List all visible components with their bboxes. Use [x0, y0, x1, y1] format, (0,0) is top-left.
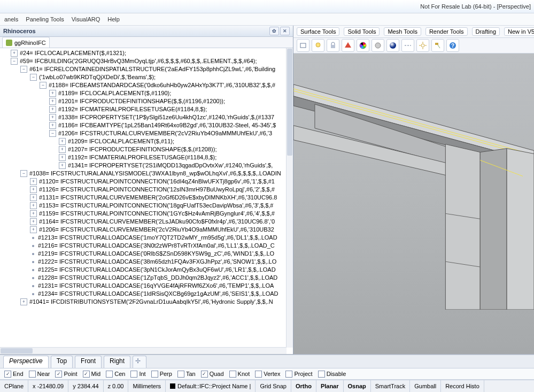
tree-row[interactable]: +#24= IFCLOCALPLACEMENT($,#1321); [1, 49, 287, 57]
linetype-icon[interactable] [401, 39, 414, 52]
toolbar-icons[interactable]: ? [293, 38, 534, 53]
collapse-icon[interactable]: − [40, 82, 47, 89]
tooltab-render-tools[interactable]: Render Tools [425, 27, 468, 36]
tree-row[interactable]: #1225= IFCSTRUCTURALLOADCASE('3pN1CkJorA… [1, 266, 287, 274]
collapse-icon[interactable]: − [20, 170, 27, 177]
color-wheel-icon[interactable] [357, 39, 369, 52]
osnap-cen[interactable]: Cen [106, 371, 125, 378]
expand-icon[interactable]: + [30, 186, 37, 193]
tree-row[interactable]: −#1188= IFCBEAMSTANDARDCASE('0dko6uhHb0y… [1, 81, 287, 89]
tooltab-solid-tools[interactable]: Solid Tools [344, 27, 380, 36]
osnap-near[interactable]: Near [29, 371, 50, 378]
tooltab-surface-tools[interactable]: Surface Tools [297, 27, 339, 36]
expand-icon[interactable]: + [30, 218, 37, 225]
palette-red-icon[interactable] [342, 39, 354, 52]
tree-row[interactable]: #1219= IFCSTRUCTURALLOADCASE('0RlbS$ZSnD… [1, 250, 287, 258]
tree-row[interactable]: +#1206= IFCSTRUCTURALCURVEMEMBER('2cV2Ri… [1, 226, 287, 234]
tree-row[interactable]: +#1189= IFCLOCALPLACEMENT($,#1190); [1, 89, 287, 97]
material-icon[interactable] [372, 39, 384, 52]
tree-row[interactable]: +#1186= IFCBEAMTYPE('1pL25Ban149Rt64xo9B… [1, 121, 287, 129]
tree-row[interactable]: +#1041= IFCDISTRIBUTIONSYSTEM('2F2GvnaLr… [1, 298, 287, 306]
viewtab-add[interactable]: ✢ [133, 356, 146, 368]
expand-icon[interactable]: + [59, 162, 66, 169]
tree-row[interactable]: #1231= IFCSTRUCTURALLOADCASE('16qYVGE4fA… [1, 282, 287, 290]
expand-icon[interactable]: + [49, 98, 56, 105]
osnap-vertex[interactable]: Vertex [255, 371, 280, 378]
status-planar[interactable]: Planar [316, 380, 344, 392]
tree-row[interactable]: +#1126= IFCSTRUCTURALPOINTCONNECTION('12… [1, 186, 287, 194]
collapse-icon[interactable]: − [30, 74, 37, 81]
status-units[interactable]: Millimeters [128, 380, 166, 392]
render-sphere-icon[interactable] [386, 39, 399, 52]
tree-row[interactable]: +#1207= IFCPRODUCTDEFINITIONSHAPE($,$,(#… [1, 145, 287, 153]
osnap-disable[interactable]: Disable [318, 371, 346, 378]
status-grid-snap[interactable]: Grid Snap [256, 380, 291, 392]
tree-row[interactable]: +#1159= IFCSTRUCTURALPOINTCONNECTION('1G… [1, 210, 287, 218]
osnap-point[interactable]: ✓Point [55, 371, 77, 378]
collapse-icon[interactable]: − [11, 58, 18, 65]
status-y[interactable]: y 2384.44 [68, 380, 103, 392]
tooltab-drafting[interactable]: Drafting [472, 27, 500, 36]
status-osnap[interactable]: Osnap [344, 380, 371, 392]
viewtab-top[interactable]: Top [51, 356, 73, 368]
osnap-bar[interactable]: ✓EndNear✓Point✓MidCenIntPerpTan✓QuadKnot… [0, 368, 534, 380]
tree-row[interactable]: +#1201= IFCPRODUCTDEFINITIONSHAPE($,$,(#… [1, 97, 287, 105]
expand-icon[interactable]: + [59, 138, 66, 145]
expand-icon[interactable]: + [20, 298, 27, 305]
osnap-int[interactable]: Int [130, 371, 145, 378]
tree-row[interactable]: #1228= IFCSTRUCTURALLOADCASE('1ZpTqbS_DD… [1, 274, 287, 282]
expand-icon[interactable]: + [49, 114, 56, 121]
tree-row[interactable]: +#1341= IFCPROPERTYSET('2S1iMQDD13qgadDp… [1, 162, 287, 170]
horizontal-scrollbar[interactable] [0, 347, 287, 354]
tree-row[interactable]: +#1338= IFCPROPERTYSET('1P$ySlgi51ze6Uu4… [1, 113, 287, 121]
status-gumball[interactable]: Gumball [410, 380, 441, 392]
viewport-tabs[interactable]: PerspectiveTopFrontRight✢ [0, 355, 534, 368]
tree-row[interactable]: #1216= IFCSTRUCTURALLOADCASE('3N0t2zWPr8… [1, 242, 287, 250]
status-record-histo[interactable]: Record Histo [441, 380, 484, 392]
expand-icon[interactable]: + [49, 90, 56, 97]
vertical-scrollbar[interactable] [286, 48, 293, 348]
tooltab-new-in-v5[interactable]: New in V5 [504, 27, 534, 36]
lightbulb-icon[interactable] [312, 39, 324, 52]
osnap-project[interactable]: Project [285, 371, 312, 378]
osnap-end[interactable]: ✓End [4, 371, 24, 378]
status-x[interactable]: x -21480.09 [28, 380, 68, 392]
settings-icon[interactable] [416, 39, 429, 52]
tree-row[interactable]: +#1120= IFCSTRUCTURALPOINTCONNECTION('16… [1, 178, 287, 186]
tree-row[interactable]: +#1192= IFCMATERIALPROFILESETUSAGE(#1184… [1, 105, 287, 113]
panel-gear-icon[interactable]: ✿ [269, 27, 279, 35]
tree-row[interactable]: −#61= IFCRELCONTAINEDINSPATIALSTRUCTURE(… [1, 65, 287, 73]
viewtab-right[interactable]: Right [104, 356, 130, 368]
menu-help[interactable]: Help [107, 16, 120, 22]
expand-icon[interactable]: + [30, 202, 37, 209]
osnap-knot[interactable]: Knot [229, 371, 250, 378]
left-viewport-strip[interactable]: z y x [0, 354, 293, 355]
tree-row[interactable]: #1222= IFCSTRUCTURALLOADCASE('38m65dzh1F… [1, 258, 287, 266]
expand-icon[interactable]: + [49, 106, 56, 113]
status-z[interactable]: z 0.00 [104, 380, 129, 392]
tree-row[interactable]: −#1038= IFCSTRUCTURALANALYSISMODEL('3WXA… [1, 170, 287, 178]
tree-row[interactable]: −#1206= IFCSTRUCTURALCURVEMEMBER('2cV2Ri… [1, 129, 287, 137]
expand-icon[interactable]: + [59, 146, 66, 153]
viewtab-perspective[interactable]: Perspective [3, 356, 49, 368]
hammer-icon[interactable] [431, 39, 444, 52]
tree-row[interactable]: +#1164= IFCSTRUCTURALCURVEMEMBER('2LsJAD… [1, 218, 287, 226]
panel-tab-ggrhinoifc[interactable]: ggRhinoIFC [2, 37, 50, 48]
layer-icon[interactable] [297, 39, 309, 52]
osnap-tan[interactable]: Tan [177, 371, 196, 378]
tree-row[interactable]: #1213= IFCSTRUCTURALLOADCASE('1moY7QT2TD… [1, 234, 287, 242]
expand-icon[interactable]: + [11, 50, 18, 57]
osnap-mid[interactable]: ✓Mid [83, 371, 101, 378]
tree-row[interactable]: −('1wbLo07wb9KRDTqQjXDeDi',$,'Beams',$); [1, 73, 287, 81]
tree-row[interactable]: +#1209= IFCLOCALPLACEMENT($,#11); [1, 137, 287, 145]
help-icon[interactable]: ? [446, 39, 459, 52]
tree-row[interactable]: #1234= IFCSTRUCTURALLOADCASE('1IdRSisQXC… [1, 290, 287, 298]
expand-icon[interactable]: + [59, 154, 66, 161]
perspective-viewport[interactable] [293, 53, 534, 355]
tree-row[interactable]: +#1192= IFCMATERIALPROFILESETUSAGE(#1184… [1, 153, 287, 162]
expand-icon[interactable]: + [49, 122, 56, 129]
collapse-icon[interactable]: − [49, 130, 56, 137]
tree-row[interactable]: −#59= IFCBUILDING('2GRUQQ3HrBvQ3MmOyqLtj… [1, 57, 287, 65]
menu-anels[interactable]: anels [4, 16, 18, 22]
menu-bar[interactable]: anelsPaneling ToolsVisualARQHelp [0, 13, 534, 26]
